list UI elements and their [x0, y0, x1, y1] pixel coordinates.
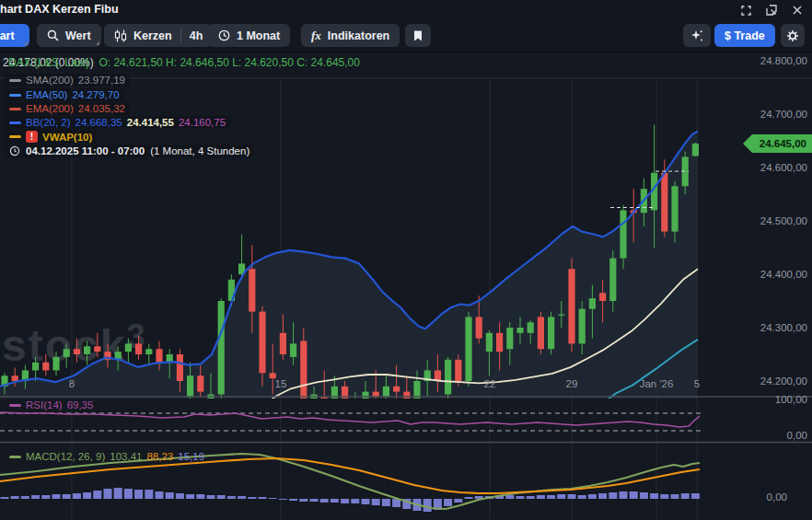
candle-body — [486, 333, 493, 352]
period-button[interactable]: 1 Monat — [208, 24, 290, 47]
macd-histogram-bar — [11, 496, 19, 499]
candle-body — [125, 343, 132, 352]
macd-histogram-bar — [505, 495, 514, 499]
macd-histogram-bar — [238, 496, 246, 499]
legend-sma200[interactable]: SMA(200) 23.977,19 — [5, 74, 130, 87]
macd-histogram-bar — [124, 489, 133, 499]
legend-ema200[interactable]: EMA(200) 24.035,32 — [5, 102, 130, 115]
macd-histogram-bar — [650, 493, 658, 499]
candle-body — [445, 360, 451, 395]
close-icon[interactable] — [792, 5, 803, 16]
macd-histogram-bar — [351, 499, 359, 503]
ema200-label: EMA(200) — [26, 103, 74, 114]
rsi-axis-label[interactable]: 0,00 — [787, 430, 807, 441]
macd-histogram-bar — [289, 499, 297, 501]
macd-histogram-bar — [93, 491, 101, 499]
macd-axis-label[interactable]: 0,00 — [767, 491, 787, 503]
bb-lower-value: 24.160,75 — [179, 117, 226, 128]
macd-histogram-bar — [114, 488, 122, 499]
x-axis-label: 22 — [484, 378, 496, 389]
rsi-line — [0, 412, 700, 427]
symbol-name: DAX (L&S, Last) — [8, 56, 89, 69]
chart-tab-button[interactable]: Chart — [0, 24, 29, 47]
rsi-value: 69,35 — [67, 399, 94, 410]
candle-body — [516, 328, 523, 333]
candle-body — [609, 259, 616, 301]
macd-histogram-bar — [63, 494, 71, 499]
trade-button[interactable]: $ Trade — [714, 24, 775, 47]
ema200-color-dash — [9, 108, 21, 110]
chart-type-label[interactable]: Kerzen — [133, 29, 172, 42]
candle-body — [599, 293, 606, 301]
macd-histogram-bar — [588, 494, 597, 499]
macd-histogram-bar — [248, 497, 256, 499]
macd-histogram-bar — [465, 497, 473, 499]
macd-histogram-bar — [527, 496, 535, 499]
macd-histogram-bar — [21, 496, 29, 499]
chart-tab-label: Chart — [0, 29, 15, 42]
bb-color-dash — [9, 121, 21, 124]
x-axis-label: 5 — [694, 378, 700, 389]
macd-histogram-bar — [83, 492, 91, 499]
bookmark-icon — [413, 30, 423, 41]
macd-histogram-bar — [547, 495, 555, 499]
legend-ema50[interactable]: EMA(50) 24.279,70 — [5, 88, 124, 101]
macd-histogram-bar — [320, 499, 329, 503]
vwap-error-icon[interactable]: ! — [26, 131, 38, 143]
macd-histogram-bar — [691, 493, 700, 499]
sma200-color-dash — [9, 79, 21, 82]
candle-body — [620, 210, 626, 258]
price-axis-label[interactable]: 24.400,00 — [760, 269, 807, 280]
macd-histogram-bar — [166, 492, 174, 499]
popout-icon[interactable] — [766, 5, 777, 16]
settings-button[interactable] — [781, 24, 805, 47]
indicators-button[interactable]: fx Indikatoren — [301, 24, 400, 47]
chart-time-range[interactable]: 04.12.2025 11:00 - 07:00 (1 Monat, 4 Stu… — [5, 144, 254, 157]
vwap-color-dash — [9, 135, 21, 138]
macd-histogram-bar — [640, 492, 648, 499]
candle-body — [465, 317, 471, 381]
candle-body — [12, 376, 18, 381]
candle-body — [692, 144, 699, 156]
legend-bollinger[interactable]: BB(20, 2) 24.668,35 24.414,55 24.160,75 — [5, 116, 230, 129]
macd-histogram-bar — [578, 495, 586, 499]
candle-body — [393, 387, 400, 392]
timeframe-button[interactable]: 4h — [190, 29, 203, 42]
legend-vwap[interactable]: ! VWAP(10) — [5, 130, 97, 144]
price-axis-label[interactable]: 24.500,00 — [760, 215, 807, 226]
rsi-axis-label[interactable]: 100,00 — [775, 394, 807, 405]
macd-histogram-bar — [310, 499, 319, 502]
macd-histogram-bar — [156, 491, 164, 499]
candle-body — [321, 397, 328, 408]
ai-assistant-button[interactable] — [683, 24, 711, 47]
price-axis-label[interactable]: 24.700,00 — [760, 109, 807, 120]
candle-body — [548, 317, 554, 349]
candle-body — [280, 333, 286, 354]
symbol-search-button[interactable]: Wert — [37, 24, 101, 47]
macd-histogram-bar — [454, 499, 462, 503]
fx-icon: fx — [311, 29, 321, 43]
window-title: Chart DAX Kerzen Fibu — [0, 3, 119, 16]
price-axis-label[interactable]: 24.200,00 — [760, 376, 807, 387]
macd-histogram-bar — [269, 498, 277, 499]
ema50-value: 24.279,70 — [72, 89, 119, 100]
symbol-ohlc-row[interactable]: DAX (L&S, Last) O: 24.621,50 H: 24.646,5… — [8, 56, 360, 69]
legend-macd[interactable]: MACD(12, 26, 9) 103,41 88,23 15,19 — [5, 450, 209, 463]
clock-icon — [218, 29, 230, 41]
macd-histogram-bar — [217, 495, 226, 499]
price-axis-label[interactable]: 24.600,00 — [760, 162, 807, 173]
price-axis-label[interactable]: 24.300,00 — [760, 322, 807, 333]
candle-body — [290, 343, 296, 357]
candle-body — [589, 298, 596, 309]
fullscreen-icon[interactable] — [740, 5, 751, 16]
bookmark-button[interactable] — [405, 24, 431, 47]
bb-label: BB(20, 2) — [26, 117, 71, 128]
candle-body — [568, 269, 574, 343]
macd-histogram-bar — [598, 493, 607, 499]
candle-body — [84, 346, 90, 354]
macd-signal-value: 88,23 — [146, 451, 173, 462]
price-axis-label[interactable]: 24.800,00 — [760, 55, 807, 66]
macd-label: MACD(12, 26, 9) — [26, 451, 105, 462]
macd-histogram-bar — [196, 494, 204, 499]
legend-rsi[interactable]: RSI(14) 69,35 — [5, 399, 98, 411]
